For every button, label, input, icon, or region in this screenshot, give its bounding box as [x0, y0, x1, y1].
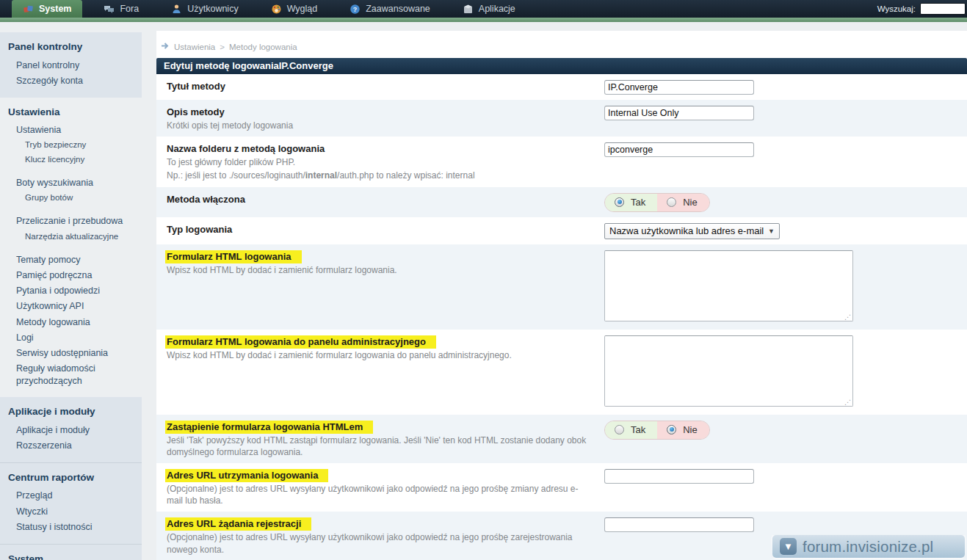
breadcrumb-item[interactable]: Metody logowania: [229, 43, 297, 51]
method-enabled-radio-nie[interactable]: Nie: [657, 194, 709, 211]
field-label-block: Formularz HTML logowania do panelu admin…: [167, 335, 591, 410]
sidebar-section: Centrum raportówPrzeglądWtyczkiStatusy i…: [0, 463, 142, 545]
nav-tab-label: Użytkownicy: [187, 4, 238, 14]
search-label: Wyszukaj:: [877, 4, 916, 13]
sidebar: Panel kontrolnyPanel kontrolnySzczegóły …: [0, 32, 142, 560]
watermark: ▼ forum.invisionize.pl: [771, 534, 966, 559]
sidebar-item-klucz-licencyjny[interactable]: Klucz licencyjny: [0, 153, 142, 167]
chevron-down-icon: ▼: [768, 228, 775, 235]
field-label: Opis metody: [167, 106, 225, 117]
form-row-method-title: Tytuł metody: [156, 74, 967, 100]
register-request-url-input[interactable]: [604, 517, 754, 532]
sidebar-item-serwisy-udostępniania[interactable]: Serwisy udostępniania: [0, 346, 142, 361]
radio-option-label: Nie: [683, 424, 698, 435]
sidebar-item-rozszerzenia[interactable]: Rozszerzenia: [0, 438, 142, 454]
sidebar-item-metody-logowania[interactable]: Metody logowania: [0, 314, 142, 330]
nav-tab-label: System: [39, 4, 71, 14]
field-control: [604, 468, 754, 506]
login-type-select[interactable]: Nazwa użytkownika lub adres e-mail▼: [604, 223, 780, 239]
sidebar-group: Aplikacje i modułyRozszerzenia: [0, 422, 142, 454]
field-label-block: Formularz HTML logowaniaWpisz kod HTML b…: [167, 250, 591, 324]
breadcrumb-separator: >: [220, 43, 225, 51]
look-icon: [271, 4, 282, 15]
select-value: Nazwa użytkownika lub adres e-mail: [609, 225, 765, 236]
advanced-icon: ?: [350, 4, 361, 15]
system-icon: [23, 4, 34, 15]
replace-login-form-radio-tak[interactable]: Tak: [605, 421, 657, 439]
sidebar-item-przeliczanie-i-przebudowa[interactable]: Przeliczanie i przebudowa: [0, 214, 142, 229]
breadcrumb-item[interactable]: Ustawienia: [174, 43, 215, 51]
nav-tab-system[interactable]: System: [12, 0, 82, 18]
field-label: Formularz HTML logowania: [165, 250, 302, 263]
field-control: TakNie: [604, 420, 710, 458]
form-row-method-folder: Nazwa folderu z metodą logowaniaTo jest …: [156, 137, 967, 186]
sidebar-item-narzędzia-aktualizacyjne[interactable]: Narzędzia aktualizacyjne: [0, 229, 142, 244]
sidebar-item-pamięć-podręczna[interactable]: Pamięć podręczna: [0, 267, 142, 283]
members-icon: [171, 4, 182, 15]
replace-login-form-radio-group: TakNie: [604, 421, 710, 440]
applications-icon: [463, 4, 474, 15]
sidebar-group: Przeliczanie i przebudowaNarzędzia aktua…: [0, 214, 142, 244]
field-description: (Opcjonalne) jest to adres URL wysyłany …: [167, 531, 590, 555]
nav-search: Wyszukaj:: [877, 0, 967, 18]
sidebar-item-tryb-bezpieczny[interactable]: Tryb bezpieczny: [0, 138, 142, 153]
method-description-input[interactable]: [604, 106, 754, 120]
nav-tab-label: Wygląd: [287, 4, 318, 14]
method-enabled-radio-tak[interactable]: Tak: [605, 194, 657, 211]
sidebar-item-reguły-wiadomości-przychodzących[interactable]: Reguły wiadomości przychodzących: [0, 361, 142, 389]
nav-tab-użytkownicy[interactable]: Użytkownicy: [160, 0, 249, 18]
field-label-block: Zastąpienie formularza logowania HTMLemJ…: [167, 420, 591, 458]
sidebar-group: Tematy pomocyPamięć podręcznaPytania i o…: [0, 252, 142, 388]
sidebar-item-aplikacje-i-moduły[interactable]: Aplikacje i moduły: [0, 422, 142, 437]
radio-button-icon[interactable]: [615, 197, 624, 207]
sidebar-item-statusy-i-istotności[interactable]: Statusy i istotności: [0, 519, 142, 534]
nav-tab-zaawansowane[interactable]: ?Zaawansowane: [338, 0, 441, 18]
sidebar-item-użytkownicy-api[interactable]: Użytkownicy API: [0, 299, 142, 314]
field-label: Tytuł metody: [167, 81, 225, 92]
form-row-method-enabled: Metoda włączonaTakNie: [156, 187, 967, 217]
maintain-login-url-input[interactable]: [604, 469, 754, 484]
field-label: Nazwa folderu z metodą logowania: [167, 143, 325, 154]
search-input[interactable]: [920, 3, 966, 15]
sidebar-item-logi[interactable]: Logi: [0, 330, 142, 345]
radio-button-icon[interactable]: [667, 197, 676, 207]
method-title-input[interactable]: [604, 80, 754, 95]
sidebar-item-ustawienia[interactable]: Ustawienia: [0, 123, 142, 138]
field-label-block: Nazwa folderu z metodą logowaniaTo jest …: [167, 142, 591, 181]
method-folder-input[interactable]: [604, 142, 754, 157]
nav-tab-wygląd[interactable]: Wygląd: [260, 0, 329, 18]
sidebar-item-przegląd[interactable]: Przegląd: [0, 488, 142, 503]
sidebar-item-wtyczki[interactable]: Wtyczki: [0, 503, 142, 519]
invisionize-logo-icon: ▼: [780, 538, 797, 555]
radio-button-icon[interactable]: [667, 425, 676, 434]
form-row-login-html-form: Formularz HTML logowaniaWpisz kod HTML b…: [156, 244, 967, 330]
sidebar-item-panel-kontrolny[interactable]: Panel kontrolny: [0, 57, 142, 73]
login-html-form-textarea[interactable]: [604, 250, 853, 321]
sidebar-item-tematy-pomocy[interactable]: Tematy pomocy: [0, 252, 142, 267]
accent-green-bar: [0, 18, 967, 22]
field-label: Typ logowania: [167, 224, 232, 235]
settings-form: Tytuł metodyOpis metodyKrótki opis tej m…: [156, 74, 967, 560]
field-description-path: Np.: jeśli jest to ./sources/loginauth/i…: [167, 170, 590, 181]
radio-button-icon[interactable]: [615, 425, 624, 434]
field-control: [604, 517, 754, 555]
field-control: Nazwa użytkownika lub adres e-mail▼: [604, 222, 780, 239]
radio-option-label: Nie: [683, 197, 698, 208]
nav-tab-aplikacje[interactable]: Aplikacje: [452, 0, 526, 18]
sidebar-item-boty-wyszukiwania[interactable]: Boty wyszukiwania: [0, 175, 142, 191]
sidebar-section-title: System: [0, 550, 142, 560]
sidebar-item-grupy-botów[interactable]: Grupy botów: [0, 191, 142, 206]
field-description: To jest główny folder plików PHP.: [167, 156, 590, 168]
field-label-block: Adres URL żądania rejestracji(Opcjonalne…: [167, 517, 591, 555]
nav-tab-fora[interactable]: Fora: [93, 0, 150, 18]
field-control: [604, 335, 853, 410]
acp-login-html-form-textarea[interactable]: [604, 335, 853, 407]
radio-option-label: Tak: [631, 424, 645, 435]
field-label: Metoda włączona: [167, 194, 245, 205]
field-label-block: Tytuł metody: [167, 79, 591, 95]
sidebar-item-szczegóły-konta[interactable]: Szczegóły konta: [0, 73, 142, 88]
nav-tab-label: Zaawansowane: [366, 4, 430, 14]
sidebar-item-pytania-i-odpowiedzi[interactable]: Pytania i odpowiedzi: [0, 283, 142, 299]
sidebar-group: UstawieniaTryb bezpiecznyKlucz licencyjn…: [0, 123, 142, 167]
replace-login-form-radio-nie[interactable]: Nie: [657, 421, 709, 439]
